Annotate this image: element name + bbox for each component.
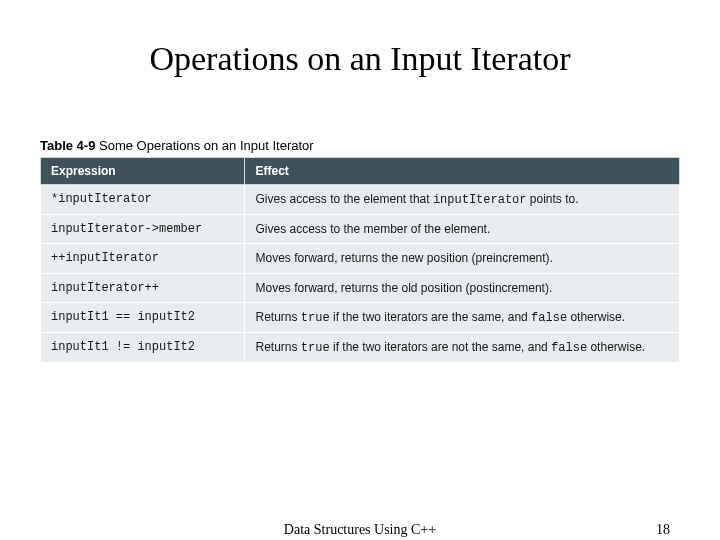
effect-code: true: [301, 341, 330, 355]
effect-code: inputIterator: [433, 193, 527, 207]
operations-table: Expression Effect *inputIterator Gives a…: [40, 157, 680, 363]
slide: Operations on an Input Iterator Table 4-…: [0, 0, 720, 540]
table-caption: Table 4-9 Some Operations on an Input It…: [40, 138, 680, 153]
footer-source: Data Structures Using C++: [284, 522, 436, 538]
cell-effect: Moves forward, returns the old position …: [245, 273, 680, 302]
cell-effect: Moves forward, returns the new position …: [245, 244, 680, 273]
page-title: Operations on an Input Iterator: [40, 40, 680, 78]
effect-text: Moves forward, returns the new position …: [255, 251, 552, 265]
cell-expression: inputIterator++: [41, 273, 245, 302]
cell-expression: ++inputIterator: [41, 244, 245, 273]
table-row: inputIt1 == inputIt2 Returns true if the…: [41, 302, 680, 332]
effect-code: false: [531, 311, 567, 325]
effect-text: Gives access to the member of the elemen…: [255, 222, 490, 236]
table-row: inputIt1 != inputIt2 Returns true if the…: [41, 332, 680, 362]
table-caption-text: Some Operations on an Input Iterator: [99, 138, 314, 153]
effect-text: Returns: [255, 340, 300, 354]
table-header-row: Expression Effect: [41, 158, 680, 185]
cell-effect: Returns true if the two iterators are no…: [245, 332, 680, 362]
table-row: inputIterator++ Moves forward, returns t…: [41, 273, 680, 302]
cell-effect: Gives access to the element that inputIt…: [245, 185, 680, 215]
cell-effect: Gives access to the member of the elemen…: [245, 215, 680, 244]
effect-text: Moves forward, returns the old position …: [255, 281, 552, 295]
effect-text: if the two iterators are the same, and: [330, 310, 531, 324]
cell-expression: inputIt1 == inputIt2: [41, 302, 245, 332]
effect-code: false: [551, 341, 587, 355]
header-expression: Expression: [41, 158, 245, 185]
cell-effect: Returns true if the two iterators are th…: [245, 302, 680, 332]
table-row: *inputIterator Gives access to the eleme…: [41, 185, 680, 215]
table-label: Table 4-9: [40, 138, 95, 153]
effect-text: otherwise.: [567, 310, 625, 324]
cell-expression: inputIterator->member: [41, 215, 245, 244]
page-number: 18: [656, 522, 670, 538]
table-row: inputIterator->member Gives access to th…: [41, 215, 680, 244]
table-row: ++inputIterator Moves forward, returns t…: [41, 244, 680, 273]
cell-expression: inputIt1 != inputIt2: [41, 332, 245, 362]
effect-text: if the two iterators are not the same, a…: [330, 340, 551, 354]
effect-code: true: [301, 311, 330, 325]
effect-text: Gives access to the element that: [255, 192, 432, 206]
cell-expression: *inputIterator: [41, 185, 245, 215]
effect-text: otherwise.: [587, 340, 645, 354]
effect-text: Returns: [255, 310, 300, 324]
header-effect: Effect: [245, 158, 680, 185]
effect-text: points to.: [527, 192, 579, 206]
